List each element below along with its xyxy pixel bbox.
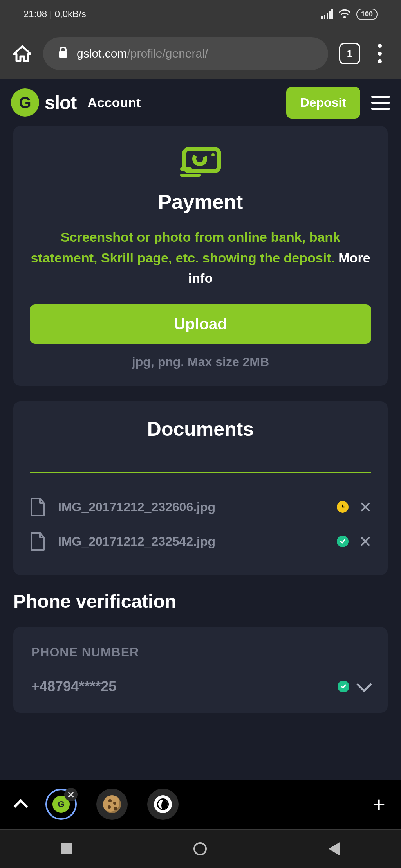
close-tab-button[interactable] <box>64 788 78 801</box>
svg-rect-11 <box>180 174 200 177</box>
payment-icon <box>30 145 371 180</box>
svg-rect-0 <box>321 16 323 19</box>
tab-thumbnail[interactable] <box>96 789 128 820</box>
document-filename: IMG_20171212_232606.jpg <box>58 500 326 514</box>
system-nav-bar <box>0 829 401 868</box>
logo-badge-icon: G <box>11 88 39 117</box>
page-title: Account <box>87 95 141 110</box>
svg-rect-1 <box>324 15 325 19</box>
logo-text: slot <box>45 92 76 113</box>
document-row: IMG_20171212_232542.jpg <box>30 524 371 559</box>
app-header: G slot Account Deposit <box>0 79 401 126</box>
svg-point-10 <box>211 153 215 156</box>
tab-thumbnail[interactable] <box>147 789 179 820</box>
divider <box>30 472 371 473</box>
payment-card: Payment Screenshot or photo from online … <box>13 126 388 386</box>
svg-rect-3 <box>329 11 331 19</box>
status-bar: 21:08 | 0,0kB/s 100 <box>0 0 401 28</box>
url-bar[interactable]: gslot.com/profile/general/ <box>43 37 328 70</box>
phone-card: PHONE NUMBER +48794****25 <box>13 627 388 713</box>
browser-tab-switcher: G + <box>0 780 401 829</box>
document-filename: IMG_20171212_232542.jpg <box>58 534 326 549</box>
file-icon <box>30 532 47 551</box>
new-tab-button[interactable]: + <box>372 792 385 817</box>
svg-rect-5 <box>331 9 333 19</box>
payment-description: Screenshot or photo from online bank, ba… <box>30 227 371 289</box>
svg-point-6 <box>343 16 346 18</box>
menu-icon[interactable] <box>371 96 390 110</box>
upload-button[interactable]: Upload <box>30 304 371 344</box>
svg-point-9 <box>194 153 205 164</box>
brand-logo[interactable]: G slot <box>11 88 76 117</box>
tab-count-button[interactable]: 1 <box>339 43 360 64</box>
remove-document-button[interactable] <box>359 536 371 547</box>
phone-value: +48794****25 <box>31 678 328 695</box>
wifi-icon <box>338 9 351 19</box>
phone-row[interactable]: +48794****25 <box>31 678 370 695</box>
url-text: gslot.com/profile/general/ <box>77 47 208 60</box>
status-ok-icon <box>337 536 349 547</box>
lock-icon <box>58 47 68 61</box>
status-pending-icon <box>337 501 349 513</box>
cellular-signal-icon <box>321 9 333 19</box>
status-ok-icon <box>338 681 349 692</box>
section-title-phone: Phone verification <box>13 591 388 612</box>
nav-back-icon[interactable] <box>329 842 340 856</box>
home-icon[interactable] <box>13 44 32 63</box>
svg-rect-12 <box>180 167 192 171</box>
status-time: 21:08 | 0,0kB/s <box>23 9 86 20</box>
content-area: Payment Screenshot or photo from online … <box>0 126 401 780</box>
phone-label: PHONE NUMBER <box>31 645 370 660</box>
expand-up-icon[interactable] <box>14 799 28 814</box>
documents-card: Documents IMG_20171212_232606.jpg IMG_20… <box>13 401 388 575</box>
payment-title: Payment <box>30 190 371 214</box>
nav-home-icon[interactable] <box>193 842 207 855</box>
battery-icon: 100 <box>356 9 378 20</box>
tab-thumbnail-active[interactable]: G <box>45 789 77 820</box>
cookie-icon <box>103 795 121 813</box>
deposit-button[interactable]: Deposit <box>286 87 360 119</box>
nav-recents-icon[interactable] <box>61 843 72 854</box>
documents-title: Documents <box>30 418 371 440</box>
svg-rect-2 <box>327 13 328 19</box>
svg-rect-7 <box>59 51 67 58</box>
document-row: IMG_20171212_232606.jpg <box>30 490 371 524</box>
browser-menu-icon[interactable] <box>371 44 388 63</box>
status-right: 100 <box>321 9 378 20</box>
chevron-down-icon <box>356 677 372 692</box>
file-icon <box>30 498 47 516</box>
browser-toolbar: gslot.com/profile/general/ 1 <box>0 28 401 79</box>
upload-hint: jpg, png. Max size 2MB <box>30 355 371 369</box>
remove-document-button[interactable] <box>359 501 371 513</box>
globe-icon <box>154 795 172 813</box>
